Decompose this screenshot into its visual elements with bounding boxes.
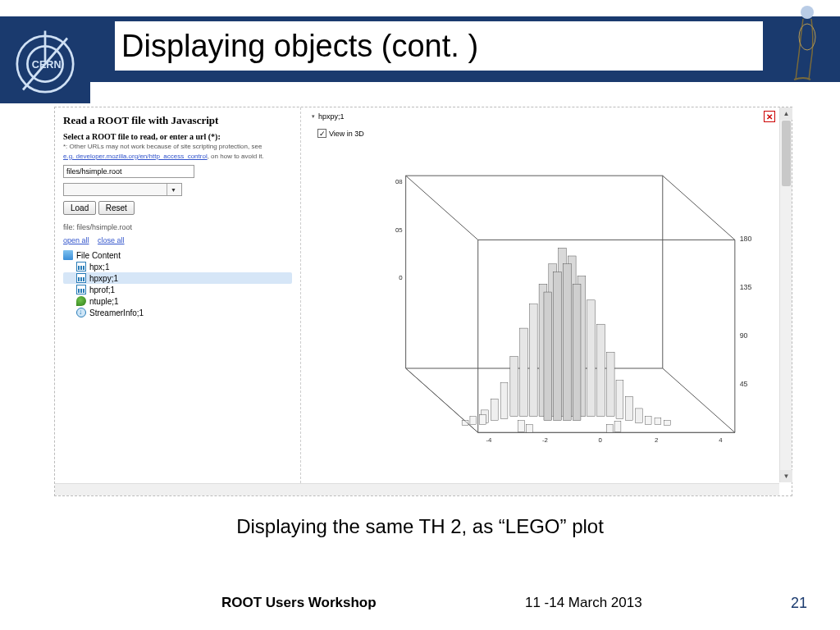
svg-text:-4: -4	[486, 436, 493, 444]
panel-note-prefix: *: Other URLs may not work because of si…	[63, 143, 262, 150]
horizontal-scrollbar[interactable]	[55, 483, 779, 495]
footer-workshop: ROOT Users Workshop	[221, 595, 377, 612]
svg-rect-34	[563, 264, 571, 421]
svg-rect-22	[587, 300, 596, 417]
svg-rect-28	[616, 381, 623, 419]
tree-item-label: StreamerInfo;1	[89, 308, 144, 317]
svg-rect-44	[518, 421, 525, 432]
svg-rect-36	[573, 284, 581, 420]
svg-rect-47	[606, 425, 613, 433]
tree-item-label: ntuple;1	[89, 297, 119, 306]
svg-rect-31	[491, 399, 498, 420]
open-all-link[interactable]: open all	[63, 236, 89, 244]
tree-action-links: open all close all	[63, 236, 292, 244]
object-tab-label: hpxpy;1	[318, 112, 345, 121]
z-tick: 90	[740, 331, 748, 340]
svg-rect-27	[510, 356, 518, 416]
tree-item-label: hpxpy;1	[89, 274, 118, 283]
slide-title: Displaying objects (cont. )	[115, 21, 763, 71]
file-select-dropdown[interactable]: ▼	[63, 183, 182, 196]
svg-rect-32	[636, 409, 643, 423]
close-icon: ✕	[766, 112, 773, 121]
info-icon	[76, 308, 86, 317]
object-tab-dropdown[interactable]: ▾ hpxpy;1	[308, 111, 349, 122]
cern-logo: CERN	[0, 25, 90, 103]
svg-rect-41	[655, 418, 661, 425]
panel-note-link-row: e.g. developer.mozilla.org/en/http_acces…	[63, 153, 292, 161]
reset-button[interactable]: Reset	[98, 201, 135, 215]
slide-caption: Displaying the same TH 2, as “LEGO” plot	[0, 515, 840, 538]
svg-text:08: 08	[395, 178, 403, 185]
close-all-link[interactable]: close all	[98, 236, 125, 244]
page-number: 21	[791, 595, 807, 612]
close-button[interactable]: ✕	[764, 111, 775, 122]
slide-title-text: Displaying objects (cont. )	[121, 29, 478, 64]
load-button[interactable]: Load	[63, 201, 96, 215]
tree-item-hpxpy[interactable]: hpxpy;1	[63, 272, 292, 284]
svg-rect-40	[645, 417, 651, 425]
z-tick: 135	[740, 283, 752, 291]
tree-item-hprof[interactable]: hprof;1	[63, 284, 292, 295]
panel-note-link[interactable]: e.g. developer.mozilla.org/en/http_acces…	[63, 153, 208, 160]
scroll-up-icon: ▲	[780, 107, 792, 120]
svg-text:0: 0	[599, 436, 603, 444]
file-url-input[interactable]	[63, 165, 194, 178]
tree-item-ntuple[interactable]: ntuple;1	[63, 295, 292, 307]
svg-rect-45	[614, 422, 621, 432]
url-input-row	[63, 165, 292, 178]
svg-text:05: 05	[395, 226, 403, 234]
svg-rect-46	[526, 425, 532, 433]
tree-item-label: hprof;1	[89, 285, 115, 294]
vertical-scrollbar[interactable]: ▲ ▼	[779, 107, 792, 482]
panel-note-suffix: , on how to avoid it.	[208, 153, 264, 160]
svg-text:-2: -2	[542, 436, 548, 444]
svg-rect-38	[470, 417, 477, 425]
scroll-down-icon: ▼	[780, 470, 792, 482]
current-file-label: file: files/hsimple.root	[63, 223, 292, 231]
svg-rect-35	[554, 272, 562, 421]
svg-text:2: 2	[655, 436, 658, 444]
svg-rect-24	[597, 324, 605, 417]
svg-rect-26	[606, 352, 614, 416]
svg-point-5	[801, 6, 814, 19]
svg-line-49	[406, 368, 478, 432]
svg-rect-43	[664, 421, 671, 426]
scrollbar-thumb[interactable]	[782, 121, 791, 186]
panel-subheading: Select a ROOT file to read, or enter a u…	[63, 132, 292, 141]
file-tree: File Content hpx;1 hpxpy;1 hprof;1 ntupl…	[63, 249, 292, 318]
panel-note: *: Other URLs may not work because of si…	[63, 143, 292, 151]
svg-line-11	[406, 176, 478, 240]
z-tick: 180	[740, 235, 752, 243]
leaf-icon	[76, 296, 86, 306]
panel-heading: Read a ROOT file with Javascript	[63, 114, 292, 127]
tree-root-label: File Content	[76, 251, 121, 260]
svg-rect-23	[529, 304, 537, 417]
tree-item-streamerinfo[interactable]: StreamerInfo;1	[63, 307, 292, 318]
histogram-icon	[76, 262, 86, 272]
svg-text:4: 4	[719, 436, 723, 444]
svg-text:0: 0	[399, 274, 403, 281]
button-row: Load Reset	[63, 201, 292, 215]
svg-rect-25	[520, 328, 528, 417]
app-frame: Read a ROOT file with Javascript Select …	[54, 107, 792, 496]
svg-line-8	[663, 368, 735, 432]
lego-plot[interactable]: 180 135 90 45 08 05 0	[317, 137, 767, 487]
svg-rect-30	[626, 396, 633, 420]
z-tick: 45	[740, 380, 748, 388]
tree-root-row[interactable]: File Content	[63, 249, 292, 261]
svg-rect-39	[480, 415, 486, 425]
viewer-panel: ▾ hpxpy;1 ✕ ✓ View in 3D	[301, 107, 792, 495]
tree-item-hpx[interactable]: hpx;1	[63, 261, 292, 272]
footer-date: 11 -14 March 2013	[525, 595, 642, 612]
slide-footer: ROOT Users Workshop 11 -14 March 2013 21	[0, 595, 840, 612]
svg-rect-37	[544, 292, 552, 421]
tree-item-label: hpx;1	[89, 262, 109, 272]
view3d-label: View in 3D	[329, 130, 364, 138]
histogram-icon	[76, 285, 86, 294]
chevron-down-icon: ▾	[312, 113, 315, 120]
corner-figure-graphic	[774, 4, 832, 82]
svg-text:CERN: CERN	[32, 59, 62, 71]
dropdown-row: ▼	[63, 183, 292, 196]
left-panel: Read a ROOT file with Javascript Select …	[55, 107, 301, 495]
folder-icon	[63, 250, 73, 260]
